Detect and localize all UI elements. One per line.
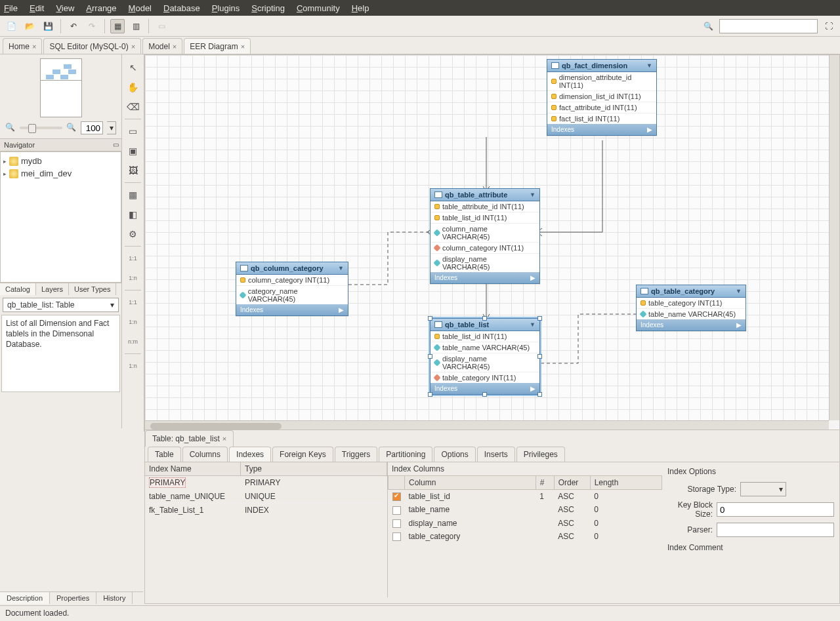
selected-index-cell: PRIMARY bbox=[149, 477, 186, 488]
catalog-tree[interactable]: ▸mydb ▸mei_dim_dev bbox=[0, 151, 121, 283]
subtab-indexes[interactable]: Indexes bbox=[229, 447, 271, 462]
search-icon[interactable]: 🔍 bbox=[701, 19, 715, 33]
undo-icon[interactable]: ↶ bbox=[66, 19, 81, 33]
editor-subtabs: Table Columns Indexes Foreign Keys Trigg… bbox=[145, 447, 839, 462]
db-item[interactable]: ▸mydb bbox=[2, 155, 119, 167]
menu-view[interactable]: View bbox=[56, 3, 74, 13]
subtab-table[interactable]: Table bbox=[148, 447, 181, 462]
menu-plugins[interactable]: Plugins bbox=[212, 3, 240, 13]
table-tool-icon[interactable]: ▦ bbox=[124, 186, 142, 204]
hand-tool-icon[interactable]: ✋ bbox=[124, 78, 142, 96]
redo-icon[interactable]: ↷ bbox=[85, 19, 99, 33]
save-icon[interactable]: 💾 bbox=[41, 19, 55, 33]
note-tool-icon[interactable]: ▣ bbox=[124, 142, 142, 160]
index-col-row[interactable]: display_nameASC0 bbox=[388, 517, 662, 530]
rel-11-id-icon[interactable]: 1:1 bbox=[124, 293, 142, 311]
subtab-foreign-keys[interactable]: Foreign Keys bbox=[272, 447, 333, 462]
checkbox-icon[interactable] bbox=[392, 532, 401, 541]
tool-palette: ↖ ✋ ⌫ ▭ ▣ 🖼 ▦ ◧ ⚙ 1:1 1:n 1:1 1:n n:m 1:… bbox=[122, 54, 144, 431]
db-item[interactable]: ▸mei_dim_dev bbox=[2, 167, 119, 180]
checkbox-icon[interactable] bbox=[392, 506, 401, 515]
zoom-in-icon[interactable]: 🔍 bbox=[66, 123, 77, 133]
subtab-inserts[interactable]: Inserts bbox=[477, 447, 515, 462]
navigator-header: Navigator▭ bbox=[0, 138, 121, 151]
zoom-input[interactable] bbox=[81, 121, 103, 134]
routine-tool-icon[interactable]: ⚙ bbox=[124, 225, 142, 243]
close-icon[interactable]: × bbox=[32, 43, 36, 50]
table-editor: Table: qb_table_list× Table Columns Inde… bbox=[144, 430, 840, 604]
entity-qb-table-attribute[interactable]: qb_table_attribute▼ table_attribute_id I… bbox=[430, 188, 540, 284]
canvas-vscrollbar[interactable] bbox=[829, 55, 839, 420]
menu-file[interactable]: File bbox=[4, 3, 18, 13]
catalog-tab[interactable]: Catalog bbox=[0, 283, 36, 295]
diagram-canvas[interactable]: qb_fact_dimension▼ dimension_attribute_i… bbox=[144, 54, 840, 431]
grid-toggle-icon[interactable]: ▦ bbox=[110, 19, 125, 33]
close-icon[interactable]: × bbox=[241, 43, 245, 50]
checkbox-icon[interactable] bbox=[392, 519, 401, 528]
table-icon bbox=[434, 191, 442, 198]
subtab-triggers[interactable]: Triggers bbox=[335, 447, 378, 462]
tab-home[interactable]: Home× bbox=[3, 38, 42, 54]
entity-qb-column-category[interactable]: qb_column_category▼ column_category INT(… bbox=[236, 262, 348, 316]
tab-sql-editor[interactable]: SQL Editor (MySQL-0)× bbox=[43, 38, 141, 54]
new-file-icon[interactable]: 📄 bbox=[4, 19, 18, 33]
align-icon[interactable]: ▥ bbox=[129, 19, 143, 33]
subtab-options[interactable]: Options bbox=[434, 447, 475, 462]
rel-1n-icon[interactable]: 1:n bbox=[124, 269, 142, 287]
index-options: Index Options Storage Type:▾ Key Block S… bbox=[662, 462, 839, 597]
main-tabs: Home× SQL Editor (MySQL-0)× Model× EER D… bbox=[0, 37, 840, 54]
tab-description[interactable]: Description bbox=[0, 592, 50, 604]
entity-qb-table-category[interactable]: qb_table_category▼ table_category INT(11… bbox=[636, 285, 746, 331]
close-icon[interactable]: × bbox=[173, 43, 177, 50]
tab-eer-diagram[interactable]: EER Diagram× bbox=[184, 38, 251, 54]
menu-community[interactable]: Community bbox=[297, 3, 340, 13]
zoom-slider[interactable] bbox=[20, 127, 62, 129]
selection-dropdown[interactable]: qb_table_list: Table▾ bbox=[3, 298, 119, 312]
menu-edit[interactable]: Edit bbox=[30, 3, 44, 13]
key-block-size-input[interactable] bbox=[717, 502, 834, 517]
close-icon[interactable]: × bbox=[222, 435, 226, 443]
entity-qb-table-list[interactable]: qb_table_list▼ table_list_id INT(11) tab… bbox=[430, 318, 540, 395]
menu-scripting[interactable]: Scripting bbox=[251, 3, 285, 13]
subtab-columns[interactable]: Columns bbox=[182, 447, 228, 462]
navigator-preview[interactable] bbox=[40, 58, 82, 117]
rel-existing-icon[interactable]: 1:n bbox=[124, 357, 142, 375]
subtab-privileges[interactable]: Privileges bbox=[516, 447, 565, 462]
index-col-row[interactable]: table_categoryASC0 bbox=[388, 530, 662, 543]
description-text[interactable]: List of all Dimension and Fact tablels i… bbox=[1, 315, 120, 392]
index-list[interactable]: Index NameType PRIMARYPRIMARY table_name… bbox=[145, 462, 388, 597]
close-icon[interactable]: × bbox=[131, 43, 135, 50]
editor-tab[interactable]: Table: qb_table_list× bbox=[145, 430, 234, 447]
zoom-dropdown[interactable]: ▾ bbox=[107, 121, 116, 134]
tab-history[interactable]: History bbox=[96, 592, 133, 604]
rel-11-icon[interactable]: 1:1 bbox=[124, 249, 142, 268]
view-tool-icon[interactable]: ◧ bbox=[124, 205, 142, 224]
zoom-out-icon[interactable]: 🔍 bbox=[5, 123, 16, 133]
eraser-tool-icon[interactable]: ⌫ bbox=[124, 98, 142, 116]
page-icon[interactable]: ▭ bbox=[154, 19, 169, 33]
rel-1n-id-icon[interactable]: 1:n bbox=[124, 313, 142, 331]
index-col-row[interactable]: table_list_id1ASC0 bbox=[388, 490, 662, 504]
entity-qb-fact-dimension[interactable]: qb_fact_dimension▼ dimension_attribute_i… bbox=[547, 59, 657, 136]
open-file-icon[interactable]: 📂 bbox=[22, 19, 37, 33]
tab-model[interactable]: Model× bbox=[142, 38, 182, 54]
layer-tool-icon[interactable]: ▭ bbox=[124, 122, 142, 140]
index-col-row[interactable]: table_nameASC0 bbox=[388, 503, 662, 516]
tab-properties[interactable]: Properties bbox=[50, 592, 96, 604]
expand-icon[interactable]: ⛶ bbox=[822, 19, 836, 33]
menu-help[interactable]: Help bbox=[352, 3, 369, 13]
checkbox-icon[interactable] bbox=[392, 492, 401, 501]
usertypes-tab[interactable]: User Types bbox=[69, 283, 116, 295]
image-tool-icon[interactable]: 🖼 bbox=[124, 161, 142, 180]
parser-input[interactable] bbox=[717, 523, 834, 537]
menu-model[interactable]: Model bbox=[129, 3, 152, 13]
layers-tab[interactable]: Layers bbox=[36, 283, 69, 295]
search-input[interactable] bbox=[719, 19, 818, 33]
menu-database[interactable]: Database bbox=[163, 3, 200, 13]
rel-nm-icon[interactable]: n:m bbox=[124, 332, 142, 351]
collapse-icon[interactable]: ▭ bbox=[113, 141, 119, 148]
menu-arrange[interactable]: Arrange bbox=[86, 3, 116, 13]
pointer-tool-icon[interactable]: ↖ bbox=[124, 58, 142, 77]
storage-type-dropdown[interactable]: ▾ bbox=[740, 482, 786, 496]
subtab-partitioning[interactable]: Partitioning bbox=[379, 447, 432, 462]
